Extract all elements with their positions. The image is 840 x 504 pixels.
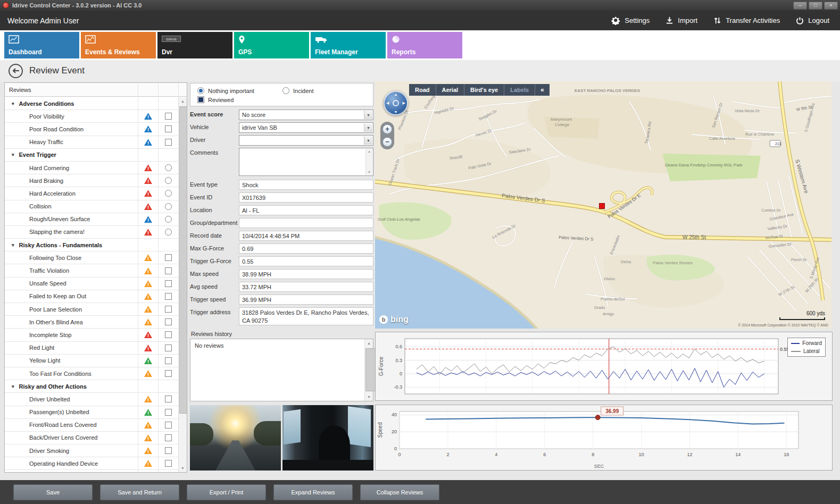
zoom-out-button[interactable]: − (382, 137, 392, 147)
tab-gps[interactable]: GPS (234, 32, 309, 58)
map-panel[interactable]: EAST RANCHO PALOS VERDESMarymountCollege… (375, 81, 831, 329)
location-field[interactable]: Al - FL (239, 205, 373, 215)
save-and-return-button[interactable]: Save and Return (100, 484, 179, 500)
tree-item-incomplete-stop[interactable]: Incomplete Stop! (5, 329, 178, 341)
tree-item-poor-road-condition[interactable]: Poor Road Condition! (5, 123, 178, 136)
close-button[interactable]: × (824, 2, 838, 10)
checkbox[interactable] (165, 254, 172, 261)
tab-reports[interactable]: Reports (387, 32, 462, 58)
tree-item-item[interactable]: ! (5, 470, 178, 472)
tree-item-following-too-close[interactable]: Following Too Close! (5, 251, 178, 264)
trigger-g-force-field[interactable]: 0.55 (239, 256, 373, 266)
tab-dashboard[interactable]: Dashboard (4, 32, 79, 58)
checkbox[interactable] (165, 370, 172, 377)
camera-cabin-thumbnail[interactable] (282, 405, 373, 471)
tab-dvr[interactable]: IDRIVEDvr (157, 32, 232, 58)
radio-button[interactable] (282, 87, 289, 94)
tree-item-collision[interactable]: Collision! (5, 200, 178, 213)
tree-item-yellow-light[interactable]: Yellow Light! (5, 355, 178, 367)
map-view-aerial[interactable]: Aerial (436, 84, 464, 96)
expander-icon[interactable]: ▾ (12, 152, 14, 157)
reviews-history-scrollbar[interactable]: ▲ ▼ (364, 339, 373, 401)
checkbox[interactable] (165, 113, 172, 120)
tree-group-risky-and-other-actions[interactable]: ▾Risky and Other Actions (5, 380, 178, 393)
event-id-field[interactable]: X017639 (239, 192, 373, 203)
trigger-speed-field[interactable]: 36.99 MPH (239, 295, 373, 305)
reviews-tree-scrollbar[interactable]: ▲ ▼ (178, 97, 187, 472)
collapse-reviews-button[interactable]: Collapse Reviews (360, 484, 439, 500)
save-button[interactable]: Save (13, 484, 93, 500)
radio-button[interactable] (165, 216, 172, 223)
event-type-field[interactable]: Shock (239, 180, 373, 190)
checkbox[interactable] (165, 345, 172, 351)
tree-group-event-trigger[interactable]: ▾Event Trigger (5, 149, 178, 162)
tree-item-passenger-s-unbelted[interactable]: Passenger(s) Unbelted! (5, 406, 178, 419)
tab-events-reviews[interactable]: Events & Reviews (81, 32, 156, 58)
classification-nothing-important[interactable]: Nothing important (197, 86, 282, 95)
zoom-in-button[interactable]: + (382, 124, 392, 134)
checkbox[interactable] (165, 318, 172, 325)
tree-item-red-light[interactable]: Red Light! (5, 342, 178, 355)
checkbox[interactable] (165, 422, 172, 429)
scroll-down-icon[interactable]: ▼ (365, 393, 373, 401)
avg-speed-field[interactable]: 33.72 MPH (239, 282, 373, 292)
checkbox[interactable] (197, 96, 204, 103)
map-view-bird-s-eye[interactable]: Bird's eye (464, 84, 504, 96)
map-view-labels[interactable]: Labels (504, 84, 535, 96)
comments-textarea[interactable]: ▲▼ (239, 148, 373, 176)
checkbox[interactable] (165, 447, 172, 454)
map-view-road[interactable]: Road (409, 84, 436, 96)
checkbox[interactable] (165, 306, 172, 313)
map-toolbar-collapse-button[interactable]: « (535, 84, 550, 96)
event-score-select[interactable]: No score▼ (239, 110, 373, 120)
tree-item-driver-smoking[interactable]: Driver Smoking! (5, 444, 178, 457)
tree-item-slapping-the-camera[interactable]: Slapping the camera!! (5, 226, 178, 239)
radio-button[interactable] (197, 87, 204, 94)
trigger-address-field[interactable]: 31828 Palos Verdes Dr E, Rancho Palos Ve… (239, 307, 373, 325)
scroll-down-icon[interactable]: ▼ (179, 464, 187, 472)
scroll-up-icon[interactable]: ▲ (179, 97, 187, 105)
scroll-up-icon[interactable]: ▲ (365, 339, 373, 347)
expander-icon[interactable]: ▾ (12, 242, 14, 248)
topbar-action-import[interactable]: Import (666, 16, 697, 24)
tree-group-adverse-conditions[interactable]: ▾Adverse Conditions (5, 97, 178, 110)
checkbox[interactable] (165, 125, 172, 132)
topbar-action-settings[interactable]: Settings (611, 16, 650, 25)
classification-reviewed[interactable]: Reviewed (197, 95, 282, 104)
gforce-chart[interactable]: -0.300.30.60.55G-Force (376, 332, 832, 400)
tree-item-hard-braking[interactable]: Hard Braking! (5, 174, 178, 187)
checkbox[interactable] (165, 280, 172, 287)
tree-item-traffic-violation[interactable]: Traffic Violation! (5, 264, 178, 277)
maximize-button[interactable]: □ (809, 2, 822, 10)
tree-item-poor-visibility[interactable]: Poor Visibility! (5, 110, 178, 123)
checkbox[interactable] (165, 293, 172, 300)
tree-item-driver-unbelted[interactable]: Driver Unbelted! (5, 393, 178, 406)
record-date-field[interactable]: 10/4/2014 4:48:54 PM (239, 231, 373, 241)
checkbox[interactable] (165, 396, 172, 402)
event-location-marker[interactable] (599, 203, 605, 209)
max-speed-field[interactable]: 38.99 MPH (239, 269, 373, 279)
group-department-field[interactable] (239, 218, 373, 228)
tree-item-back-driver-lens-covered[interactable]: Back/Driver Lens Covered! (5, 432, 178, 444)
expand-reviews-button[interactable]: Expand Reviews (273, 484, 353, 500)
checkbox[interactable] (165, 357, 172, 364)
radio-button[interactable] (165, 229, 172, 236)
vehicle-select[interactable]: idrive Van SB▼ (239, 122, 373, 133)
tree-item-rough-uneven-surface[interactable]: Rough/Uneven Surface! (5, 213, 178, 226)
radio-button[interactable] (165, 203, 172, 210)
checkbox[interactable] (165, 331, 172, 338)
tab-fleet-manager[interactable]: Fleet Manager (311, 32, 386, 58)
radio-button[interactable] (165, 190, 172, 197)
tree-item-failed-to-keep-an-out[interactable]: Failed to Keep an Out! (5, 290, 178, 303)
tree-item-front-road-lens-covered[interactable]: Front/Road Lens Covered! (5, 419, 178, 432)
map-compass-control[interactable]: ▲▼◀▶ (384, 91, 408, 115)
max-g-force-field[interactable]: 0.69 (239, 243, 373, 254)
speed-chart[interactable]: 02468101214160204036.99SECSpeed (376, 405, 832, 470)
checkbox[interactable] (165, 434, 172, 441)
checkbox[interactable] (165, 267, 172, 274)
tree-item-unsafe-speed[interactable]: Unsafe Speed! (5, 278, 178, 290)
scroll-thumb[interactable] (179, 106, 187, 414)
tree-group-risky-actions-fundamentals[interactable]: ▾Risky Actions - Fundamentals (5, 239, 178, 251)
back-button[interactable] (9, 64, 23, 78)
topbar-action-logout[interactable]: Logout (796, 16, 829, 24)
